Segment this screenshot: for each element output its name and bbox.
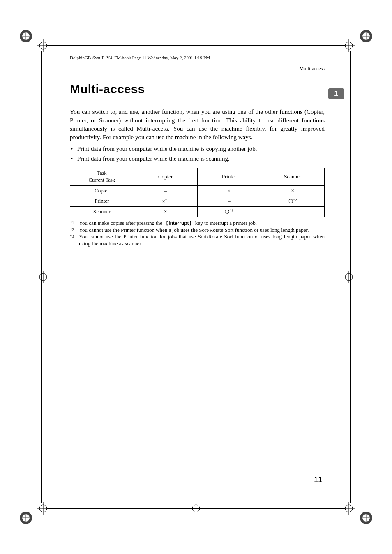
- list-item: Print data from your computer while the …: [70, 144, 325, 154]
- table-row: Printer ×*1 – ❍*2: [70, 196, 325, 206]
- table-corner-top: Task: [97, 170, 106, 176]
- page-title: Multi-access: [70, 82, 325, 96]
- table-cell: ×*1: [134, 196, 197, 206]
- row-label: Scanner: [70, 206, 134, 217]
- footnote-text: You cannot use the Printer function when…: [79, 227, 325, 234]
- table-cell: ❍*3: [197, 206, 261, 217]
- footnote-text: You can make copies after pressing the I…: [79, 220, 325, 227]
- table-header: Printer: [197, 168, 261, 185]
- running-head: DolphinGB-Syst-F_V4_FM.book Page 11 Wedn…: [70, 55, 325, 61]
- page-content: DolphinGB-Syst-F_V4_FM.book Page 11 Wedn…: [70, 66, 325, 247]
- table-header: Copier: [134, 168, 197, 185]
- registration-mark-icon: [18, 510, 33, 525]
- list-item: Print data from your computer while the …: [70, 154, 325, 164]
- page-number: 11: [314, 476, 322, 484]
- section-tab: 1: [328, 88, 344, 99]
- intro-paragraph: You can switch to, and use, another func…: [70, 108, 325, 142]
- keycap: Interrupt: [164, 220, 194, 226]
- footnote-mark: *3: [70, 233, 79, 247]
- row-label: Copier: [70, 185, 134, 196]
- footnote-mark: *1: [70, 220, 79, 227]
- table-cell: ×: [197, 185, 261, 196]
- table-row: Task Current Task Copier Printer Scanner: [70, 168, 325, 185]
- footnote: *1 You can make copies after pressing th…: [70, 220, 325, 227]
- table-cell: ×: [134, 206, 197, 217]
- table-corner-bottom: Current Task: [89, 177, 115, 183]
- registration-mark-icon: [359, 510, 374, 525]
- table-row: Copier – × ×: [70, 185, 325, 196]
- table-header: Scanner: [261, 168, 325, 185]
- footnote: *2 You cannot use the Printer function w…: [70, 227, 325, 234]
- header-title: Multi-access: [70, 66, 325, 74]
- registration-mark-icon: [359, 29, 374, 44]
- table-cell: ❍*2: [261, 196, 325, 206]
- multi-access-table: Task Current Task Copier Printer Scanner…: [70, 168, 325, 217]
- footnote-text: You cannot use the Printer function for …: [79, 233, 325, 247]
- table-cell: –: [261, 206, 325, 217]
- table-cell: –: [197, 196, 261, 206]
- footnote-mark: *2: [70, 227, 79, 234]
- table-cell: –: [134, 185, 197, 196]
- table-cell: ×: [261, 185, 325, 196]
- footnote: *3 You cannot use the Printer function f…: [70, 233, 325, 247]
- table-row: Scanner × ❍*3 –: [70, 206, 325, 217]
- footnotes: *1 You can make copies after pressing th…: [70, 220, 325, 247]
- row-label: Printer: [70, 196, 134, 206]
- bullet-list: Print data from your computer while the …: [70, 144, 325, 164]
- table-header: Task Current Task: [70, 168, 134, 185]
- registration-mark-icon: [18, 29, 33, 44]
